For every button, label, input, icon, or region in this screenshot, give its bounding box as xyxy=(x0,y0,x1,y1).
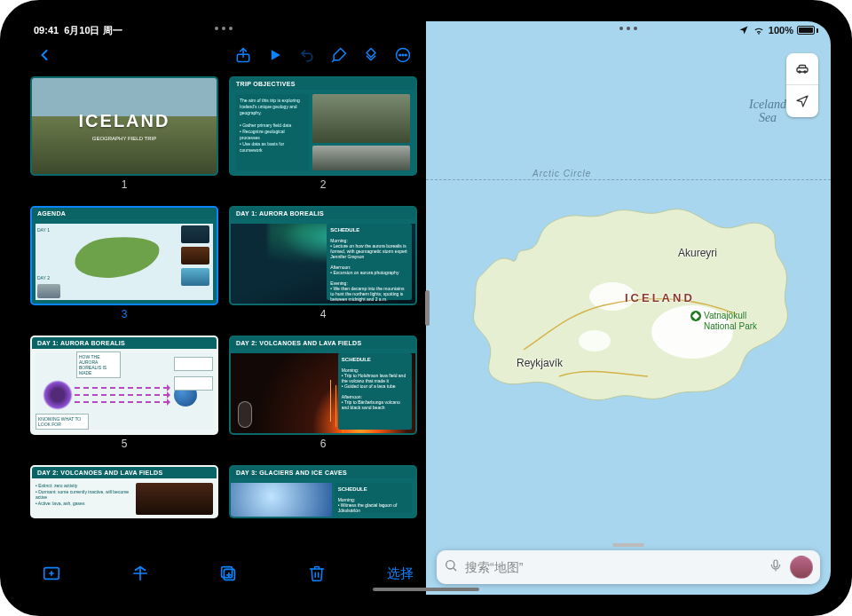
slide-thumb-6[interactable]: DAY 2: VOLCANOES AND LAVA FIELDS SCHEDUL… xyxy=(229,336,417,435)
slide-number: 6 xyxy=(320,438,327,450)
slide-title-band: AGENDA xyxy=(32,208,217,219)
slide-cell-4[interactable]: DAY 1: AURORA BOREALIS SCHEDULE Morning:… xyxy=(229,206,417,328)
slide-number: 1 xyxy=(122,178,128,191)
slide-cell-1[interactable]: ICELAND GEOGRAPHY FIELD TRIP 1 xyxy=(30,76,218,199)
country-label: ICELAND xyxy=(625,291,695,304)
multitask-indicator-left[interactable] xyxy=(215,27,233,30)
svg-point-22 xyxy=(446,561,454,569)
search-input[interactable] xyxy=(465,560,761,574)
keynote-bottom-toolbar: 选择 xyxy=(21,556,426,595)
slide-thumb-4[interactable]: DAY 1: AURORA BOREALIS SCHEDULE Morning:… xyxy=(229,206,417,305)
schedule-panel: SCHEDULE Morning:• Lecture on how the au… xyxy=(327,224,412,300)
delete-button[interactable] xyxy=(299,557,335,589)
slide-cell-5[interactable]: DAY 1: AURORA BOREALIS HOW THE AURORA BO… xyxy=(30,336,218,458)
slide-title-band: DAY 1: AURORA BOREALIS xyxy=(32,337,217,349)
svg-point-5 xyxy=(402,54,404,56)
slide-thumb-3[interactable]: AGENDA DAY 1 DAY 2 xyxy=(30,206,218,305)
slide-cell-7[interactable]: DAY 2: VOLCANOES AND LAVA FIELDS • Extin… xyxy=(30,465,218,556)
duplicate-button[interactable] xyxy=(210,557,246,589)
map-mode-button[interactable] xyxy=(786,53,818,85)
battery-icon xyxy=(797,26,818,35)
schedule-panel: SCHEDULE Morning:• Witness the glacial l… xyxy=(335,483,412,513)
back-button[interactable] xyxy=(28,41,60,69)
slide-number: 4 xyxy=(320,308,327,320)
svg-rect-13 xyxy=(222,567,233,578)
wifi-icon xyxy=(753,24,765,36)
add-slide-button[interactable] xyxy=(34,557,69,589)
slide-cell-3[interactable]: AGENDA DAY 1 DAY 2 3 xyxy=(30,206,218,328)
slide-title-band: DAY 1: AURORA BOREALIS xyxy=(231,208,415,219)
play-button[interactable] xyxy=(259,41,291,69)
map-controls xyxy=(786,53,818,117)
more-button[interactable] xyxy=(387,41,419,69)
svg-point-20 xyxy=(799,70,801,72)
slide-number: 3 xyxy=(122,308,128,320)
home-indicator[interactable] xyxy=(373,588,479,591)
right-app-maps[interactable]: 100% IcelandSea Arctic Circle xyxy=(426,21,831,595)
park-pin-icon xyxy=(690,311,701,321)
screen: 09:41 6月10日 周一 xyxy=(21,21,831,595)
slide-title-band: DAY 3: GLACIERS AND ICE CAVES xyxy=(231,467,415,478)
slide-thumb-1[interactable]: ICELAND GEOGRAPHY FIELD TRIP xyxy=(30,76,218,176)
slides-grid[interactable]: ICELAND GEOGRAPHY FIELD TRIP 1 TRIP OBJE… xyxy=(21,73,426,556)
svg-marker-2 xyxy=(367,49,375,58)
battery-pct: 100% xyxy=(769,25,793,36)
svg-point-6 xyxy=(406,54,407,56)
iceland-landmass xyxy=(470,199,799,412)
arctic-circle-label: Arctic Circle xyxy=(532,169,591,178)
slide-title-band: TRIP OBJECTIVES xyxy=(231,78,415,90)
svg-point-18 xyxy=(579,330,611,351)
search-icon xyxy=(444,558,458,576)
slide-title-band: DAY 2: VOLCANOES AND LAVA FIELDS xyxy=(231,337,415,349)
location-services-icon xyxy=(738,25,749,36)
svg-rect-24 xyxy=(774,560,777,567)
city-label-akureyri[interactable]: Akureyri xyxy=(678,247,717,259)
arctic-circle-line xyxy=(426,179,831,180)
slide-1-title: ICELAND xyxy=(32,111,217,131)
status-date: 6月10日 周一 xyxy=(64,24,122,37)
account-avatar[interactable] xyxy=(790,556,813,579)
svg-point-4 xyxy=(399,54,401,56)
sea-label: IcelandSea xyxy=(749,98,786,125)
slide-number: 5 xyxy=(122,438,128,450)
left-app-keynote: 09:41 6月10日 周一 xyxy=(21,21,426,595)
city-label-reykjavik[interactable]: Reykjavík xyxy=(517,357,563,369)
slide-thumb-7[interactable]: DAY 2: VOLCANOES AND LAVA FIELDS • Extin… xyxy=(30,465,218,518)
ipad-frame: 09:41 6月10日 周一 xyxy=(0,0,852,616)
sheet-grab-handle[interactable] xyxy=(612,543,644,547)
split-view-handle[interactable] xyxy=(425,290,430,326)
dictation-icon[interactable] xyxy=(769,558,783,576)
animate-button[interactable] xyxy=(355,41,387,69)
slide-number: 2 xyxy=(320,178,327,191)
schedule-panel: SCHEDULE Morning:• Trip to Holuhraun lav… xyxy=(338,353,412,430)
status-bar-right: 100% xyxy=(426,21,831,37)
select-mode-button[interactable]: 选择 xyxy=(387,565,414,582)
svg-line-23 xyxy=(454,568,456,571)
slide-cell-8[interactable]: DAY 3: GLACIERS AND ICE CAVES SCHEDULE M… xyxy=(229,465,417,556)
svg-marker-1 xyxy=(272,50,280,60)
arrange-button[interactable] xyxy=(122,557,158,589)
slide-cell-6[interactable]: DAY 2: VOLCANOES AND LAVA FIELDS SCHEDUL… xyxy=(229,336,417,458)
slide-thumb-2[interactable]: TRIP OBJECTIVES The aim of this trip is … xyxy=(229,76,417,176)
locate-me-button[interactable] xyxy=(786,85,818,117)
park-label-vatnajokull[interactable]: Vatnajökull National Park xyxy=(690,311,757,331)
status-time: 09:41 xyxy=(34,25,59,36)
undo-button[interactable] xyxy=(291,41,323,69)
slide-thumb-5[interactable]: DAY 1: AURORA BOREALIS HOW THE AURORA BO… xyxy=(30,336,218,435)
slide-1-sub: GEOGRAPHY FIELD TRIP xyxy=(32,136,217,141)
svg-point-21 xyxy=(804,70,806,72)
slide-thumb-8[interactable]: DAY 3: GLACIERS AND ICE CAVES SCHEDULE M… xyxy=(229,465,417,518)
share-button[interactable] xyxy=(227,41,259,69)
format-brush-button[interactable] xyxy=(323,41,355,69)
maps-search-bar[interactable] xyxy=(437,550,820,584)
keynote-toolbar xyxy=(21,37,426,73)
slide-cell-2[interactable]: TRIP OBJECTIVES The aim of this trip is … xyxy=(229,76,417,199)
slide-title-band: DAY 2: VOLCANOES AND LAVA FIELDS xyxy=(32,467,217,478)
